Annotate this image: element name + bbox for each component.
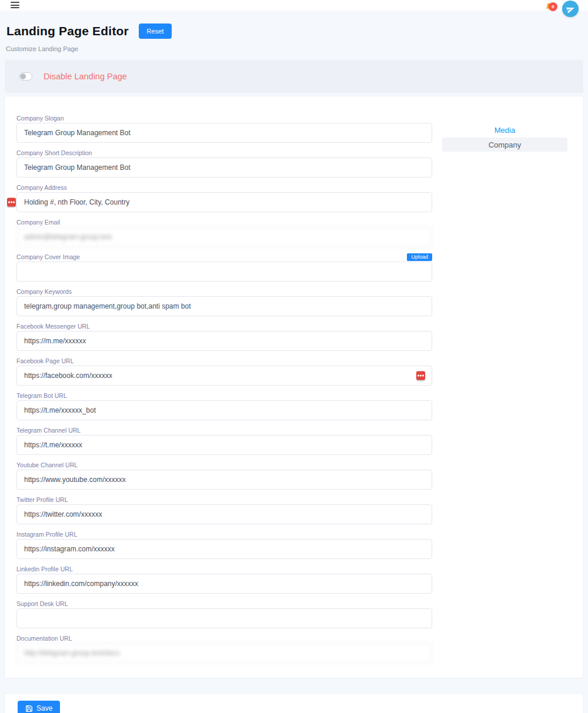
field-label: Company Keywords xyxy=(16,288,72,295)
field-label: Documentation URL xyxy=(16,635,72,642)
field-label: Linkedin Profile URL xyxy=(16,565,73,573)
instagram-profile-url-input[interactable] xyxy=(16,539,432,559)
field-company-address: Company Address xyxy=(16,184,432,212)
company-short-description-input[interactable] xyxy=(16,158,432,178)
company-cover-image-input[interactable] xyxy=(16,262,432,282)
landing-page-form-card: Company Slogan Company Short Description… xyxy=(5,96,583,678)
telegram-bot-url-input[interactable] xyxy=(16,400,432,420)
telegram-button[interactable] xyxy=(562,1,579,17)
top-navbar: 0 xyxy=(0,0,588,11)
facebook-page-url-input[interactable] xyxy=(16,366,432,386)
field-youtube-channel-url: Youtube Channel URL xyxy=(16,461,432,490)
company-email-input[interactable] xyxy=(16,227,432,247)
save-button[interactable]: Save xyxy=(18,701,60,713)
field-company-cover-image: Company Cover Image Upload xyxy=(16,253,432,282)
reset-button[interactable]: Reset xyxy=(139,24,172,39)
field-label: Company Slogan xyxy=(16,115,64,122)
disable-landing-page-toggle[interactable] xyxy=(19,72,32,81)
field-label: Company Email xyxy=(16,219,60,226)
field-telegram-channel-url: Telegram Channel URL xyxy=(16,427,432,455)
save-footer-card: Save xyxy=(5,694,583,713)
field-label: Youtube Channel URL xyxy=(16,461,78,468)
upload-button[interactable]: Upload xyxy=(407,253,432,261)
field-company-slogan: Company Slogan xyxy=(16,115,432,143)
floppy-disk-icon xyxy=(25,705,33,712)
field-label: Instagram Profile URL xyxy=(16,531,77,538)
field-company-short-description: Company Short Description xyxy=(16,149,432,178)
field-label: Telegram Bot URL xyxy=(16,392,67,399)
field-support-desk-url: Support Desk URL xyxy=(16,600,432,628)
field-label: Company Cover Image xyxy=(16,253,80,260)
company-keywords-input[interactable] xyxy=(16,296,432,316)
telegram-plane-icon xyxy=(564,3,576,14)
company-address-input[interactable] xyxy=(16,192,432,212)
field-label: Facebook Messenger URL xyxy=(16,323,90,330)
field-facebook-page-url: Facebook Page URL xyxy=(16,357,432,386)
disable-landing-page-panel: Disable Landing Page xyxy=(5,60,583,93)
facebook-messenger-url-input[interactable] xyxy=(16,331,432,351)
field-telegram-bot-url: Telegram Bot URL xyxy=(16,392,432,420)
form-column: Company Slogan Company Short Description… xyxy=(16,115,432,663)
twitter-profile-url-input[interactable] xyxy=(16,504,432,524)
youtube-channel-url-input[interactable] xyxy=(16,470,432,490)
hamburger-menu-icon[interactable] xyxy=(11,2,19,10)
field-label: Facebook Page URL xyxy=(16,357,74,364)
linkedin-profile-url-input[interactable] xyxy=(16,574,432,594)
field-label: Support Desk URL xyxy=(16,600,68,607)
landing-page-editor-screen: 0 Landing Page Editor Reset Customize La… xyxy=(0,0,588,713)
field-company-email: Company Email xyxy=(16,219,432,247)
page-subtitle: Customize Landing Page xyxy=(5,45,583,52)
notification-count-badge: 0 xyxy=(549,2,557,11)
field-label: Company Short Description xyxy=(16,149,92,156)
documentation-url-input[interactable] xyxy=(16,643,432,663)
telegram-channel-url-input[interactable] xyxy=(16,435,432,455)
disable-landing-page-label: Disable Landing Page xyxy=(44,72,127,81)
extension-dots-icon[interactable] xyxy=(416,371,425,380)
tab-media[interactable]: Media xyxy=(442,126,567,135)
field-instagram-profile-url: Instagram Profile URL xyxy=(16,531,432,559)
field-label: Twitter Profile URL xyxy=(16,496,68,503)
field-label: Telegram Channel URL xyxy=(16,427,81,434)
notifications-button[interactable]: 0 xyxy=(544,2,554,14)
save-button-label: Save xyxy=(36,704,52,712)
field-facebook-messenger-url: Facebook Messenger URL xyxy=(16,323,432,351)
field-twitter-profile-url: Twitter Profile URL xyxy=(16,496,432,524)
section-tabs: Media Company xyxy=(442,126,567,152)
extension-dots-icon[interactable] xyxy=(7,198,16,207)
field-documentation-url: Documentation URL xyxy=(16,635,432,663)
tab-company[interactable]: Company xyxy=(442,138,567,152)
page-title: Landing Page Editor xyxy=(6,24,129,38)
company-slogan-input[interactable] xyxy=(16,123,432,143)
field-linkedin-profile-url: Linkedin Profile URL xyxy=(16,565,432,594)
field-company-keywords: Company Keywords xyxy=(16,288,432,316)
field-label: Company Address xyxy=(16,184,67,191)
support-desk-url-input[interactable] xyxy=(16,608,432,628)
